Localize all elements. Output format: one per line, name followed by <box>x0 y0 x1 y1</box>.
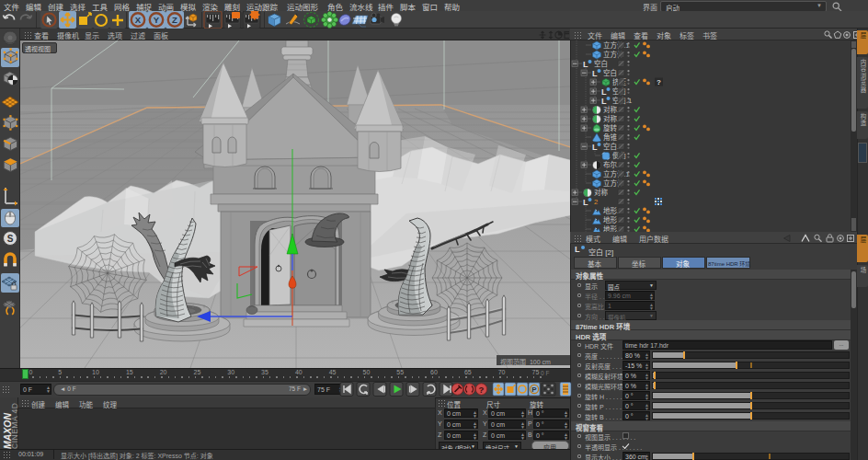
svg-text:L: L <box>601 87 607 97</box>
svg-text:X: X <box>135 15 142 25</box>
svg-text:?: ? <box>479 385 485 395</box>
svg-text:2: 2 <box>594 198 598 206</box>
svg-text:立方体.1: 立方体.1 <box>603 40 630 50</box>
svg-text:L: L <box>592 143 598 152</box>
svg-text:空白: 空白 <box>594 59 608 68</box>
svg-text:?: ? <box>657 78 661 86</box>
svg-text:L: L <box>583 198 588 207</box>
svg-text:角锥: 角锥 <box>603 132 617 142</box>
svg-text:地形: 地形 <box>603 215 617 224</box>
svg-text:L: L <box>592 69 598 78</box>
svg-text:旋转: 旋转 <box>603 123 617 132</box>
svg-text:Y: Y <box>154 15 160 25</box>
svg-text:L: L <box>583 60 588 69</box>
svg-text:立方体.1: 立方体.1 <box>603 169 630 178</box>
svg-text:L: L <box>601 97 607 106</box>
svg-text:Z: Z <box>172 15 177 25</box>
svg-text:对称: 对称 <box>594 188 608 197</box>
svg-text:空白: 空白 <box>603 68 617 77</box>
svg-text:P: P <box>531 385 537 394</box>
svg-text:S: S <box>7 234 14 244</box>
